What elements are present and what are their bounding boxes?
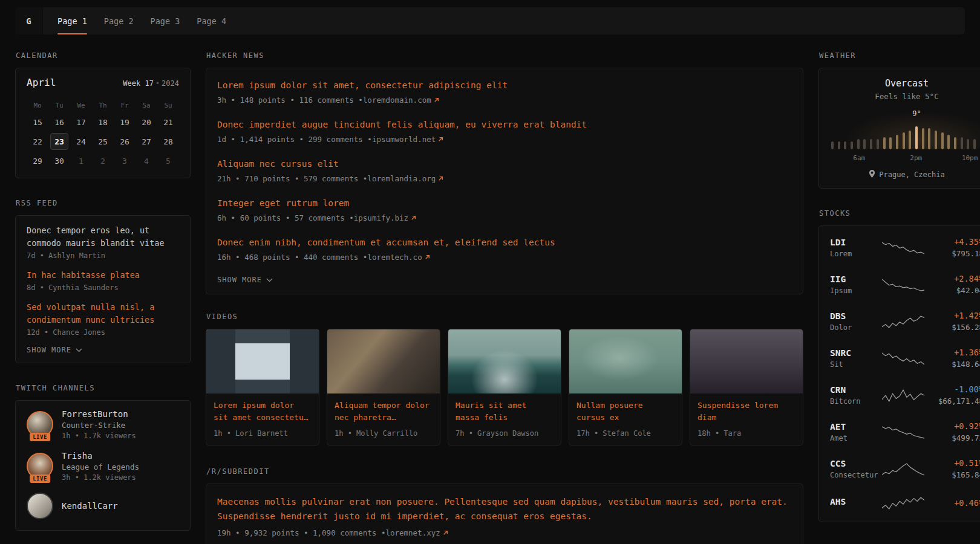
hackernews-item: Integer eget rutrum lorem 6h • 60 points… xyxy=(217,197,792,222)
video-title[interactable]: Suspendisse lorem diam xyxy=(697,400,795,424)
calendar-day[interactable]: 5 xyxy=(159,152,177,169)
calendar-day[interactable]: 29 xyxy=(28,152,47,169)
video-thumbnail[interactable] xyxy=(690,329,803,393)
right-column: WEATHER Overcast Feels like 5°C 9° 6am2p… xyxy=(818,51,980,543)
video-card[interactable]: Lorem ipsum dolor sit amet consectetu… 1… xyxy=(206,329,319,445)
app-logo[interactable]: G xyxy=(15,7,43,34)
video-title[interactable]: Mauris sit amet massa felis xyxy=(456,400,554,424)
left-column: CALENDAR April Week 17•2024 Mo Tu We xyxy=(15,51,191,544)
hackernews-item-title[interactable]: Lorem ipsum dolor sit amet, consectetur … xyxy=(217,79,792,92)
stock-price: $66,171.48 xyxy=(924,397,980,406)
stock-change: +0.51% xyxy=(924,458,980,468)
calendar-day[interactable]: 27 xyxy=(137,133,155,150)
show-more-label: SHOW MORE xyxy=(217,276,262,284)
weather-bar xyxy=(896,135,898,149)
calendar-week-year: Week 17•2024 xyxy=(123,79,179,88)
calendar-day[interactable]: 30 xyxy=(50,152,68,169)
hackernews-item-domain-link[interactable]: loremdomain.com xyxy=(363,96,439,105)
video-title[interactable]: Nullam posuere cursus ex xyxy=(577,400,675,424)
weather-time-labels: 6am2pm10pm xyxy=(830,154,980,163)
hackernews-item-domain-link[interactable]: loremtech.co xyxy=(367,253,430,262)
hackernews-item: Donec enim nibh, condimentum et accumsan… xyxy=(217,236,792,262)
calendar-day[interactable]: 4 xyxy=(137,152,155,169)
calendar-day[interactable]: 19 xyxy=(116,114,134,131)
calendar-day[interactable]: 21 xyxy=(159,114,177,131)
twitch-channel-row[interactable]: LIVE Trisha League of Legends 3h • 1.2k … xyxy=(27,451,179,482)
video-thumbnail[interactable] xyxy=(206,329,319,393)
video-card[interactable]: Nullam posuere cursus ex 17h • Stefan Co… xyxy=(569,329,682,445)
stock-row[interactable]: AET Amet +0.92% $499.72 xyxy=(830,413,980,450)
subreddit-item-title[interactable]: Maecenas mollis pulvinar erat non posuer… xyxy=(217,495,792,523)
rss-item-title[interactable]: Sed volutpat nulla nisl, a condimentum n… xyxy=(27,301,179,326)
calendar-day[interactable]: 26 xyxy=(116,133,134,150)
rss-show-more-button[interactable]: SHOW MORE xyxy=(27,346,82,354)
weather-chart: 9° 6am2pm10pm xyxy=(830,111,980,163)
rss-item-title[interactable]: Donec tempor eros leo, ut commodo mauris… xyxy=(27,224,179,250)
calendar-day[interactable]: 24 xyxy=(72,133,90,150)
rss-item-title[interactable]: In hac habitasse platea xyxy=(27,269,179,282)
hackernews-item: Lorem ipsum dolor sit amet, consectetur … xyxy=(217,79,792,105)
calendar-day[interactable]: 2 xyxy=(94,152,112,169)
calendar-day[interactable]: 18 xyxy=(94,114,112,131)
video-thumbnail[interactable] xyxy=(448,329,561,393)
stock-row[interactable]: IIG Ipsum +2.84% $42.04 xyxy=(830,266,980,303)
subreddit-item: Maecenas mollis pulvinar erat non posuer… xyxy=(217,495,792,537)
hackernews-show-more-button[interactable]: SHOW MORE xyxy=(217,276,273,284)
video-thumbnail[interactable] xyxy=(569,329,682,393)
video-title[interactable]: Lorem ipsum dolor sit amet consectetu… xyxy=(214,400,312,424)
calendar-day[interactable]: 28 xyxy=(159,133,177,150)
stock-row[interactable]: SNRC Sit +1.36% $148.64 xyxy=(830,340,980,377)
stock-ticker: CRN xyxy=(830,385,882,395)
calendar-day[interactable]: 17 xyxy=(72,114,90,131)
calendar-day[interactable]: 25 xyxy=(94,133,112,150)
page-tab[interactable]: Page 1 xyxy=(57,7,87,34)
video-card[interactable]: Aliquam tempor dolor nec pharetra… 1h • … xyxy=(327,329,440,445)
calendar-day[interactable]: 15 xyxy=(28,114,47,131)
show-more-label: SHOW MORE xyxy=(27,346,71,354)
calendar-day[interactable]: 16 xyxy=(50,114,68,131)
twitch-channel-row[interactable]: KendallCarr xyxy=(27,493,179,519)
video-thumbnail[interactable] xyxy=(327,329,440,393)
weather-time-label: 10pm xyxy=(962,154,978,162)
page-tab[interactable]: Page 4 xyxy=(197,7,226,34)
hackernews-list: Lorem ipsum dolor sit amet, consectetur … xyxy=(217,79,792,262)
weather-bar xyxy=(973,139,976,149)
weather-section-title: WEATHER xyxy=(819,51,980,60)
hackernews-item-domain-link[interactable]: loremlandia.org xyxy=(367,174,443,183)
calendar-day[interactable]: 3 xyxy=(116,152,134,169)
stock-row[interactable]: LDI Lorem +4.35% $795.18 xyxy=(830,229,980,266)
calendar-day-headers: Mo Tu We Th Fr Sa Su xyxy=(27,98,179,112)
hackernews-item-domain-link[interactable]: ipsumworld.net xyxy=(372,135,443,144)
calendar-day[interactable]: 23 xyxy=(50,133,68,150)
stock-row[interactable]: CCS Consectetur +0.51% $165.84 xyxy=(830,450,980,487)
stock-row[interactable]: AHS +0.46% xyxy=(830,487,980,519)
external-link-icon xyxy=(411,215,416,221)
stock-row[interactable]: CRN Bitcorn -1.00% $66,171.48 xyxy=(830,377,980,413)
stock-change: +1.36% xyxy=(924,348,980,357)
hackernews-item-meta: 16h • 468 points • 440 comments • xyxy=(217,253,367,262)
page-tab[interactable]: Page 2 xyxy=(104,7,134,34)
calendar-day[interactable]: 1 xyxy=(72,152,90,169)
video-card[interactable]: Suspendisse lorem diam 18h • Tara xyxy=(690,329,803,445)
video-title[interactable]: Aliquam tempor dolor nec pharetra… xyxy=(335,400,433,424)
channel-name[interactable]: Trisha xyxy=(62,451,139,461)
stock-sparkline xyxy=(882,461,924,477)
video-meta: 1h • Molly Carrillo xyxy=(335,429,433,438)
stock-row[interactable]: DBS Dolor +1.42% $156.28 xyxy=(830,303,980,340)
stock-name: Dolor xyxy=(830,323,882,332)
hackernews-item-title[interactable]: Donec imperdiet augue tincidunt felis al… xyxy=(217,118,792,131)
video-card[interactable]: Mauris sit amet massa felis 7h • Grayson… xyxy=(448,329,561,445)
channel-name[interactable]: ForrestBurton xyxy=(62,409,136,419)
channel-name[interactable]: KendallCarr xyxy=(62,501,118,511)
hackernews-item-title[interactable]: Integer eget rutrum lorem xyxy=(217,197,792,210)
subreddit-item-domain-link[interactable]: loremnet.xyz xyxy=(385,528,448,537)
calendar-day-header: Su xyxy=(164,98,172,112)
calendar-day[interactable]: 20 xyxy=(137,114,155,131)
calendar-day[interactable]: 22 xyxy=(28,133,47,150)
hackernews-item-domain-link[interactable]: ipsumify.biz xyxy=(354,213,416,222)
stock-price: $148.64 xyxy=(924,360,980,369)
page-tab[interactable]: Page 3 xyxy=(151,7,180,34)
twitch-channel-row[interactable]: LIVE ForrestBurton Counter-Strike 1h • 1… xyxy=(27,409,179,440)
hackernews-item-title[interactable]: Aliquam nec cursus elit xyxy=(217,158,792,170)
hackernews-item-title[interactable]: Donec enim nibh, condimentum et accumsan… xyxy=(217,236,792,249)
